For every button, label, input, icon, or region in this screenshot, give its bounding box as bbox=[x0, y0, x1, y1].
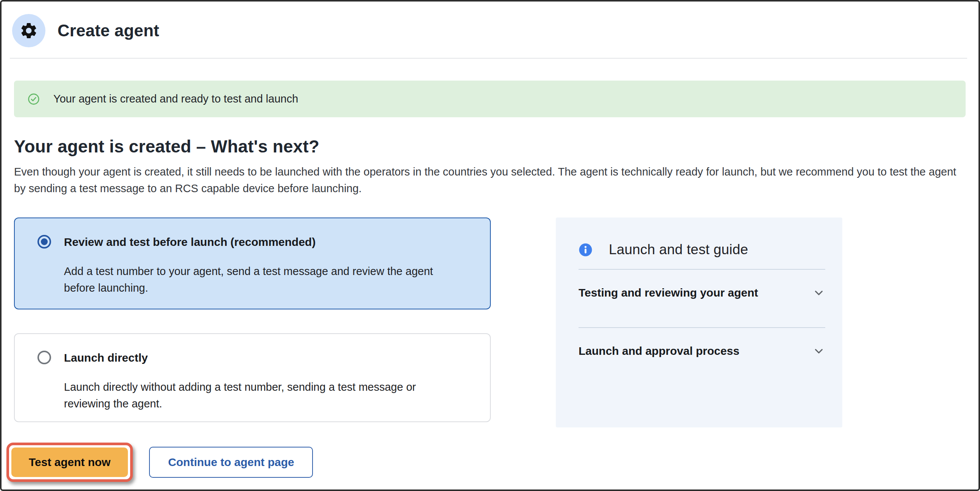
success-banner: Your agent is created and ready to test … bbox=[14, 81, 966, 117]
option-card-content: Launch directly Launch directly without … bbox=[64, 351, 450, 421]
option-card-review-and-test[interactable]: Review and test before launch (recommend… bbox=[14, 218, 491, 310]
chevron-down-icon bbox=[812, 286, 825, 299]
main-content-row: Review and test before launch (recommend… bbox=[14, 218, 966, 427]
page-title: Create agent bbox=[57, 21, 159, 40]
launch-test-guide-panel: Launch and test guide Testing and review… bbox=[556, 218, 842, 427]
success-banner-text: Your agent is created and ready to test … bbox=[53, 93, 298, 105]
check-circle-icon bbox=[28, 93, 40, 105]
page-header: Create agent bbox=[2, 2, 978, 47]
continue-to-agent-page-button[interactable]: Continue to agent page bbox=[149, 447, 313, 478]
option-description: Add a test number to your agent, send a … bbox=[64, 263, 450, 296]
section-body-text: Even though your agent is created, it st… bbox=[14, 164, 964, 197]
option-description: Launch directly without adding a test nu… bbox=[64, 379, 450, 412]
option-card-launch-directly[interactable]: Launch directly Launch directly without … bbox=[14, 333, 491, 422]
guide-section-launch-approval[interactable]: Launch and approval process bbox=[579, 328, 825, 374]
annotation-highlight: Test agent now bbox=[6, 443, 133, 482]
option-title: Review and test before launch (recommend… bbox=[64, 236, 450, 248]
action-buttons-row: Test agent now Continue to agent page bbox=[6, 443, 978, 482]
info-icon bbox=[579, 243, 593, 257]
guide-section-label: Testing and reviewing your agent bbox=[579, 286, 758, 299]
guide-header: Launch and test guide bbox=[579, 218, 825, 257]
launch-options: Review and test before launch (recommend… bbox=[14, 218, 491, 422]
intro-section: Your agent is created – What's next? Eve… bbox=[14, 136, 966, 197]
guide-section-label: Launch and approval process bbox=[579, 345, 739, 358]
chevron-down-icon bbox=[812, 345, 825, 358]
radio-launch-directly[interactable] bbox=[37, 351, 51, 364]
radio-review-and-test[interactable] bbox=[37, 235, 51, 248]
test-agent-now-button[interactable]: Test agent now bbox=[11, 448, 128, 477]
guide-section-testing-reviewing[interactable]: Testing and reviewing your agent bbox=[579, 270, 825, 316]
option-title: Launch directly bbox=[64, 351, 450, 364]
screenshot-frame: Create agent Your agent is created and r… bbox=[0, 0, 980, 491]
section-heading: Your agent is created – What's next? bbox=[14, 136, 966, 157]
guide-title: Launch and test guide bbox=[609, 242, 748, 257]
gear-icon bbox=[19, 21, 38, 40]
option-card-content: Review and test before launch (recommend… bbox=[64, 236, 450, 309]
header-avatar bbox=[12, 14, 45, 47]
header-divider bbox=[10, 58, 967, 59]
